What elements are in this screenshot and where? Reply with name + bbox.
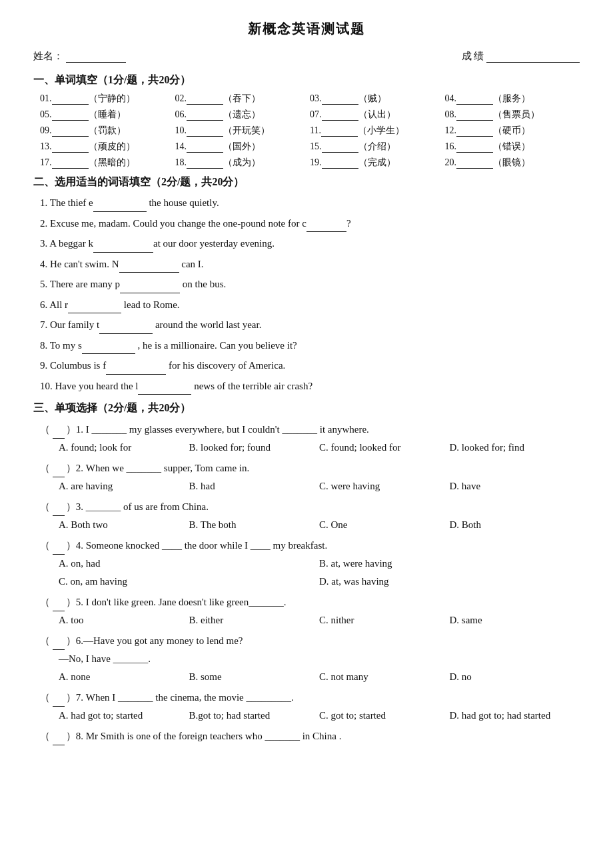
mc-option: C. got to; started <box>319 707 450 725</box>
mc-option: B. The both <box>189 516 320 534</box>
fill-blank <box>82 343 135 355</box>
answer-bracket <box>53 467 65 478</box>
answer-bracket <box>53 601 65 612</box>
vocab-blank <box>456 127 493 137</box>
mc-item: （ ）8. Mr Smith is one of the foreign tea… <box>40 727 580 745</box>
fill-blank <box>68 303 121 314</box>
answer-bracket <box>53 696 65 707</box>
mc-option: C. found; looked for <box>319 439 450 457</box>
vocab-item: 16. （错误） <box>445 141 580 153</box>
mc-option: A. are having <box>59 477 189 495</box>
section2-item: 1. The thief e the house quietly. <box>40 195 580 212</box>
mc-option: B. looked for; found <box>189 439 320 457</box>
score-field: 成 绩 <box>462 50 580 63</box>
name-field: 姓名： <box>33 50 126 63</box>
vocab-item: 02. （吞下） <box>175 93 310 105</box>
answer-bracket <box>53 505 65 517</box>
vocab-item: 18. （成为） <box>175 157 310 169</box>
mc-item: （ ）2. When we _______ supper, Tom came i… <box>40 459 580 495</box>
section2-item: 2. Excuse me, madam. Could you change th… <box>40 215 580 233</box>
section2-item: 7. Our family t around the world last ye… <box>40 317 580 334</box>
mc-item: （ ）5. I don't like green. Jane doesn't l… <box>40 593 580 629</box>
vocab-item: 01. （宁静的） <box>40 93 175 105</box>
vocab-item: 20. （眼镜） <box>445 157 580 169</box>
fill-blank <box>306 221 346 233</box>
mc-option: D. at, was having <box>319 573 580 591</box>
mc-option: A. on, had <box>59 555 319 573</box>
vocab-item: 06. （遗忘） <box>175 109 310 121</box>
section1-title: 一、单词填空（1分/题，共20分） <box>33 73 580 87</box>
vocab-item: 11. （小学生） <box>310 125 445 137</box>
section2-item: 5. There are many p on the bus. <box>40 276 580 293</box>
vocab-blank <box>456 95 493 105</box>
vocab-item: 10. （开玩笑） <box>175 125 310 137</box>
mc-options: A. tooB. eitherC. nitherD. same <box>59 611 580 629</box>
mc-option: A. none <box>59 668 189 686</box>
page-title: 新概念英语测试题 <box>33 20 580 38</box>
mc-options: A. noneB. someC. not manyD. no <box>59 668 580 686</box>
name-underline <box>66 51 126 63</box>
section2-item: 9. Columbus is f for his discovery of Am… <box>40 357 580 375</box>
vocab-blank <box>322 111 358 121</box>
mc-question-row: （ ）3. _______ of us are from China. <box>40 498 580 516</box>
vocab-blank <box>322 143 358 153</box>
vocab-item: 03. （贼） <box>310 93 445 105</box>
section1-grid: 01. （宁静的）02. （吞下）03. （贼）04. （服务）05. （睡着）… <box>40 93 580 169</box>
section2-item: 4. He can't swim. N can I. <box>40 256 580 273</box>
section2-item: 8. To my s , he is a millionaire. Can yo… <box>40 337 580 355</box>
mc-option: D. looked for; find <box>450 439 580 457</box>
vocab-blank <box>456 111 493 121</box>
mc-option: B. at, were having <box>319 555 580 573</box>
mc-option: C. One <box>319 516 450 534</box>
section2-item: 3. A beggar k at our door yesterday even… <box>40 235 580 253</box>
mc-options: A. on, hadB. at, were havingC. on, am ha… <box>59 555 580 591</box>
mc-question-row: （ ）8. Mr Smith is one of the foreign tea… <box>40 727 580 745</box>
mc-option: A. too <box>59 611 189 629</box>
vocab-blank <box>187 111 223 121</box>
vocab-blank <box>52 143 89 153</box>
header-row: 姓名： 成 绩 <box>33 50 580 63</box>
mc-option: B. had <box>189 477 320 495</box>
mc-question-row: （ ）1. I _______ my glasses everywhere, b… <box>40 421 580 439</box>
vocab-blank <box>456 159 493 169</box>
fill-blank <box>106 363 166 375</box>
vocab-blank <box>52 127 89 137</box>
vocab-item: 19. （完成） <box>310 157 445 169</box>
fill-blank <box>119 262 179 273</box>
vocab-blank <box>456 143 493 153</box>
vocab-blank <box>322 95 358 105</box>
section2-items: 1. The thief e the house quietly.2. Excu… <box>40 195 580 395</box>
mc-question-row: （ ）4. Someone knocked ____ the door whil… <box>40 537 580 555</box>
vocab-item: 09. （罚款） <box>40 125 175 137</box>
mc-question-row: （ ）6.—Have you got any money to lend me? <box>40 632 580 650</box>
vocab-item: 17. （黑暗的） <box>40 157 175 169</box>
mc-option: C. nither <box>319 611 450 629</box>
mc-options: A. had got to; startedB.got to; had star… <box>59 707 580 725</box>
mc-option: D. had got to; had started <box>450 707 580 725</box>
section2-title: 二、选用适当的词语填空（2分/题，共20分） <box>33 175 580 189</box>
vocab-item: 15. （介绍） <box>310 141 445 153</box>
mc-options: A. found; look forB. looked for; foundC.… <box>59 439 580 457</box>
answer-bracket <box>53 735 65 746</box>
vocab-blank <box>52 95 89 105</box>
mc-item: （ ）6.—Have you got any money to lend me?… <box>40 632 580 686</box>
fill-blank <box>93 241 153 253</box>
section3-title: 三、单项选择（2分/题，共20分） <box>33 401 580 415</box>
answer-bracket <box>53 428 65 439</box>
mc-option: A. Both two <box>59 516 189 534</box>
mc-question-row2: —No, I have _______. <box>59 650 580 668</box>
vocab-item: 07. （认出） <box>310 109 445 121</box>
vocab-blank <box>52 159 89 169</box>
mc-option: D. no <box>450 668 580 686</box>
vocab-item: 05. （睡着） <box>40 109 175 121</box>
mc-option: C. on, am having <box>59 573 319 591</box>
vocab-item: 12. （硬币） <box>445 125 580 137</box>
mc-option: D. same <box>450 611 580 629</box>
fill-blank <box>99 323 153 334</box>
mc-option: D. Both <box>450 516 580 534</box>
mc-item: （ ）1. I _______ my glasses everywhere, b… <box>40 421 580 457</box>
section3-items: （ ）1. I _______ my glasses everywhere, b… <box>40 421 580 745</box>
vocab-blank <box>52 111 89 121</box>
vocab-item: 04. （服务） <box>445 93 580 105</box>
vocab-item: 08. （售票员） <box>445 109 580 121</box>
